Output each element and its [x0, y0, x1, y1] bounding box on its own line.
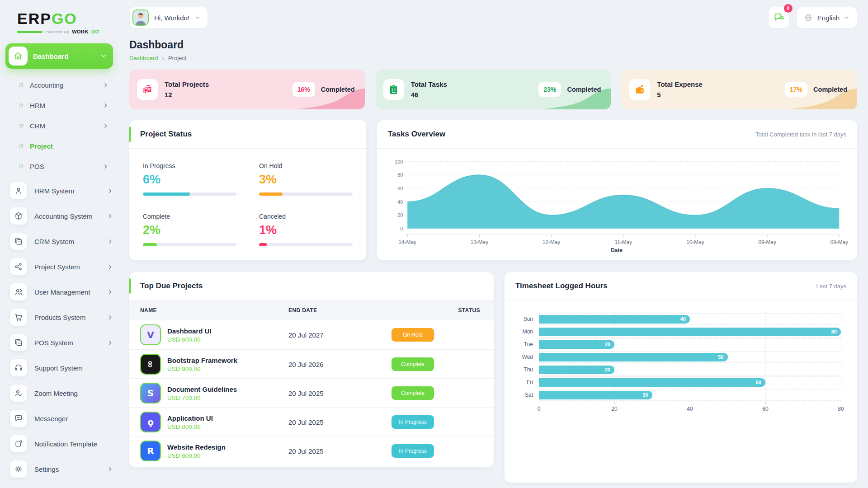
language-selector[interactable]: English: [796, 7, 857, 28]
bar: 20: [539, 340, 614, 349]
timesheet-note: Last 7 days: [816, 283, 847, 290]
bar: 20: [539, 366, 614, 374]
sidebar-item-project-system[interactable]: Project System: [5, 256, 113, 277]
sidebar-item-messenger[interactable]: Messenger: [5, 408, 113, 429]
stat-card-total-projects: Total Projects 12 16% Completed: [129, 70, 365, 109]
sidebar-item-crm-system[interactable]: CRM System: [5, 231, 113, 252]
progress-bar: [143, 192, 236, 196]
chevron-right-icon: [107, 188, 113, 194]
sidebar-item-notification-template[interactable]: Notification Template: [5, 433, 113, 454]
notification-count-badge: 0: [784, 4, 793, 13]
svg-text:0: 0: [400, 226, 403, 231]
projects-icon: [137, 79, 158, 100]
sidebar-item-label: Notification Template: [34, 440, 97, 448]
svg-text:13-May: 13-May: [471, 239, 489, 245]
bar: 80: [539, 328, 841, 336]
timesheet-title: Timesheet Logged Hours: [515, 282, 608, 291]
project-logo: R: [140, 441, 161, 461]
greeting-label: Hi, Workdo!: [154, 14, 189, 22]
project-end-date: 20 Jul 2027: [288, 331, 379, 339]
chevron-right-icon: [107, 340, 113, 346]
project-row-dashboard-ui[interactable]: V Dashboard UI USD 600,00 20 Jul 2027 On…: [129, 320, 494, 349]
sidebar: ERPGO Powered By WORKDO Dashboard Accoun…: [0, 0, 119, 488]
stat-percent-badge: 17%: [785, 82, 807, 97]
sidebar-subitem-label: POS: [30, 163, 44, 170]
svg-text:80: 80: [397, 172, 403, 178]
user-check-icon: [10, 385, 27, 402]
svg-text:14-May: 14-May: [399, 239, 417, 245]
status-metric-label: Canceled: [259, 213, 353, 220]
status-metric-value: 6%: [143, 173, 236, 187]
chevron-right-icon: [107, 289, 113, 295]
project-status-header: Project Status: [129, 120, 366, 149]
bullet-icon: [18, 143, 24, 149]
sidebar-subitem-pos[interactable]: POS: [5, 156, 113, 177]
sidebar-item-pos-system[interactable]: POS System: [5, 332, 113, 353]
bar-value-label: 60: [756, 380, 761, 385]
cart-icon: [10, 309, 27, 326]
sidebar-item-label: Support System: [34, 364, 83, 372]
sidebar-subnav: Accounting HRM CRM Project POS: [5, 75, 113, 177]
chat-icon: [10, 410, 27, 427]
bar-row-mon: Mon 80: [515, 326, 841, 338]
stat-value: 5: [657, 91, 703, 99]
breadcrumb-dashboard-link[interactable]: Dashboard: [129, 55, 158, 61]
bar-category-label: Wed: [515, 354, 539, 360]
top-due-header: Top Due Projects: [129, 272, 494, 300]
bar-value-label: 30: [642, 392, 648, 398]
status-metric-complete: Complete 2%: [143, 213, 236, 246]
bar-value-label: 40: [680, 316, 686, 322]
project-name: Website Redesign: [167, 443, 226, 451]
sidebar-item-dashboard[interactable]: Dashboard: [5, 43, 113, 69]
project-amount: USD 700,00: [167, 394, 237, 401]
sidebar-item-support-system[interactable]: Support System: [5, 357, 113, 378]
brand-logo[interactable]: ERPGO Powered By WORKDO: [17, 11, 113, 34]
sidebar-item-user-management[interactable]: User Management: [5, 282, 113, 302]
powered-by-label: Powered By: [45, 30, 69, 34]
sidebar-item-label: Messenger: [34, 415, 68, 422]
sidebar-subitem-crm[interactable]: CRM: [5, 116, 113, 136]
user-icon: [10, 182, 27, 199]
status-badge: In Progress: [392, 415, 434, 429]
project-row-application-ui[interactable]: ϙ Application UI USD 800,00 20 Jul 2025 …: [129, 407, 494, 436]
status-metric-canceled: Canceled 1%: [259, 213, 353, 246]
sidebar-item-accounting-system[interactable]: Accounting System: [5, 206, 113, 226]
bar-value-label: 20: [605, 342, 610, 347]
sidebar-item-settings[interactable]: Settings: [5, 459, 113, 479]
sidebar-item-hrm-system[interactable]: HRM System: [5, 180, 113, 201]
sidebar-item-label: HRM System: [34, 187, 74, 195]
project-logo: ϙ: [140, 412, 161, 432]
sidebar-item-zoom-meeting[interactable]: Zoom Meeting: [5, 383, 113, 404]
chevron-right-icon: [107, 466, 113, 472]
expense-icon: [629, 79, 650, 100]
status-metric-on-hold: On Hold 3%: [259, 162, 353, 196]
status-badge: In Progress: [392, 444, 434, 458]
gear-icon: [10, 460, 27, 478]
chevron-right-icon: [103, 103, 108, 108]
user-menu-button[interactable]: Hi, Workdo!: [129, 7, 208, 28]
stat-title: Total Projects: [165, 80, 209, 88]
sidebar-subitem-project[interactable]: Project: [5, 136, 113, 156]
sidebar-item-label: Settings: [34, 465, 59, 473]
breadcrumb-current: Project: [168, 55, 186, 61]
sidebar-item-products-system[interactable]: Products System: [5, 307, 113, 328]
sidebar-subitem-hrm[interactable]: HRM: [5, 95, 113, 116]
topbar-actions: 0 English: [768, 7, 857, 28]
chevron-right-icon: [103, 164, 108, 169]
brand-tagline: Powered By WORKDO: [17, 29, 113, 34]
chevron-right-icon: [107, 314, 113, 320]
chevron-right-icon: [103, 82, 108, 88]
sidebar-subitem-accounting[interactable]: Accounting: [5, 75, 113, 95]
sidebar-subitem-label: Accounting: [30, 81, 63, 89]
notification-icon: [10, 435, 27, 452]
stat-completed-label: Completed: [321, 86, 355, 93]
bullet-icon: [18, 164, 24, 169]
notifications-button[interactable]: 0: [768, 7, 790, 28]
project-row-document-guidelines[interactable]: S Document Guidelines USD 700,00 20 Jul …: [129, 378, 494, 407]
svg-text:11-May: 11-May: [615, 239, 632, 245]
timesheet-chart: Sun 40 Mon 80 Tue 20 Wed 50 Thu 20 Fri 6…: [505, 300, 857, 420]
sidebar-item-label: User Management: [34, 288, 90, 296]
project-row-bootstrap-framework[interactable]: ∞ Bootstrap Framework USD 900,00 20 Jul …: [129, 349, 494, 378]
project-row-website-redesign[interactable]: R Website Redesign USD 600,00 20 Jul 202…: [129, 436, 494, 465]
chevron-down-icon: [195, 15, 200, 20]
